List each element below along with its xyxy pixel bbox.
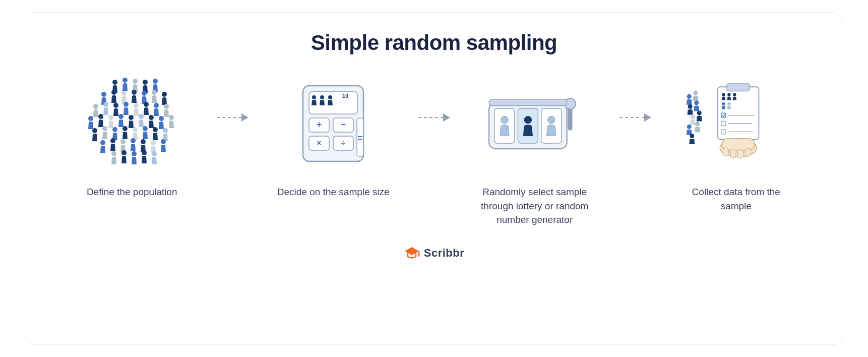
svg-point-15 (123, 102, 129, 107)
svg-point-18 (154, 103, 159, 108)
svg-point-44 (111, 151, 116, 156)
svg-point-7 (121, 91, 127, 96)
arrow-3 (616, 73, 654, 122)
svg-point-24 (129, 115, 134, 120)
svg-point-11 (162, 92, 167, 97)
svg-point-1 (122, 78, 128, 83)
svg-point-51 (312, 95, 316, 99)
svg-point-19 (164, 104, 169, 109)
svg-point-34 (143, 126, 148, 131)
svg-point-79 (695, 101, 699, 105)
svg-point-41 (141, 139, 146, 144)
svg-point-40 (131, 138, 136, 143)
svg-rect-101 (730, 149, 736, 158)
svg-point-10 (152, 90, 157, 95)
step-2: 10 + − = × ÷ Decid (252, 73, 415, 199)
step-1-icon (82, 73, 182, 174)
scribbr-brand-name: Scribbr (424, 247, 465, 260)
step-1: Define the population (50, 73, 213, 199)
arrow-2 (415, 73, 453, 122)
svg-point-46 (132, 151, 137, 156)
svg-point-12 (93, 104, 98, 109)
svg-point-6 (111, 90, 116, 95)
svg-text:=: = (357, 133, 363, 143)
svg-point-35 (153, 127, 158, 132)
svg-point-27 (159, 116, 164, 121)
step-3: Randomly select sample through lottery o… (453, 73, 616, 227)
step-3-label: Randomly select sample through lottery o… (474, 185, 595, 227)
svg-point-77 (694, 91, 698, 95)
svg-text:+: + (317, 120, 322, 130)
svg-point-17 (144, 102, 149, 107)
svg-point-38 (110, 138, 115, 143)
svg-point-20 (88, 116, 93, 121)
svg-point-29 (92, 128, 97, 133)
svg-point-9 (142, 91, 147, 96)
scribbr-logo: Scribbr (404, 245, 465, 261)
svg-point-87 (722, 93, 725, 96)
svg-point-45 (121, 150, 127, 155)
svg-point-48 (152, 151, 157, 156)
svg-point-16 (134, 103, 139, 108)
svg-point-78 (688, 104, 693, 109)
svg-point-23 (118, 114, 123, 119)
svg-rect-103 (745, 148, 751, 156)
svg-rect-86 (727, 84, 750, 91)
svg-point-39 (120, 139, 126, 144)
svg-point-36 (163, 128, 168, 133)
svg-point-43 (161, 139, 166, 144)
svg-point-80 (691, 114, 695, 119)
svg-point-84 (690, 134, 694, 138)
svg-point-3 (143, 80, 148, 85)
svg-point-2 (133, 79, 138, 84)
svg-point-42 (151, 140, 156, 145)
svg-text:−: − (341, 120, 346, 130)
step-4: Collect data from the sample (655, 73, 818, 213)
step-1-label: Define the population (87, 185, 177, 199)
svg-point-83 (695, 122, 700, 126)
svg-point-14 (113, 103, 118, 108)
svg-point-26 (149, 115, 154, 120)
svg-point-37 (100, 140, 105, 145)
svg-rect-96 (721, 130, 726, 134)
main-card: Simple random sampling (26, 12, 842, 345)
svg-point-30 (102, 126, 107, 131)
footer: Scribbr (404, 245, 465, 261)
svg-text:×: × (317, 139, 322, 147)
svg-rect-102 (738, 149, 743, 158)
arrow-1 (213, 73, 252, 122)
step-2-icon: 10 + − = × ÷ (283, 73, 384, 174)
svg-point-70 (501, 116, 508, 124)
scribbr-icon (404, 245, 420, 261)
steps-row: Define the population (50, 73, 818, 227)
svg-point-31 (112, 127, 117, 132)
svg-point-32 (122, 126, 128, 131)
svg-point-0 (112, 80, 117, 85)
svg-point-22 (108, 115, 113, 120)
step-4-icon (686, 73, 786, 174)
svg-point-33 (133, 127, 138, 132)
svg-point-82 (687, 125, 692, 129)
svg-point-5 (101, 92, 106, 97)
svg-point-13 (103, 102, 108, 107)
page-title: Simple random sampling (311, 31, 557, 55)
svg-marker-104 (405, 247, 419, 255)
step-3-icon (484, 73, 585, 174)
svg-point-91 (727, 102, 730, 105)
svg-rect-94 (721, 121, 726, 126)
svg-point-89 (733, 93, 736, 96)
svg-point-47 (142, 150, 147, 155)
svg-point-53 (328, 95, 332, 99)
step-4-label: Collect data from the sample (675, 185, 796, 213)
svg-point-71 (524, 116, 532, 124)
svg-point-25 (139, 114, 144, 119)
svg-point-72 (547, 116, 555, 124)
svg-point-28 (169, 115, 174, 120)
svg-point-76 (687, 94, 692, 99)
svg-point-88 (727, 93, 730, 96)
step-2-label: Decide on the sample size (277, 185, 390, 199)
svg-point-4 (153, 79, 158, 84)
svg-rect-100 (723, 148, 729, 156)
svg-point-21 (98, 114, 103, 119)
svg-point-52 (320, 95, 324, 99)
